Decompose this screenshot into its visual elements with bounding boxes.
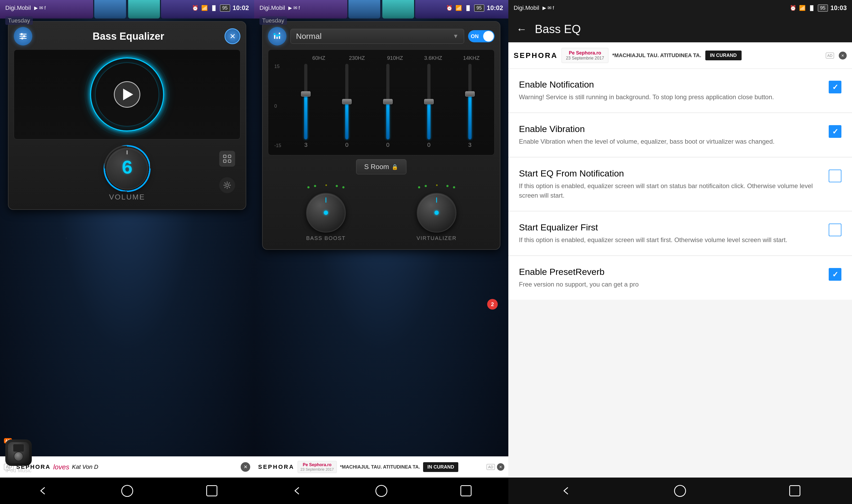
eq-band-36khz[interactable]: 0 (420, 64, 438, 148)
svg-point-10 (226, 184, 228, 186)
eq-band-60hz[interactable]: 3 (297, 64, 315, 148)
eq-band-910hz[interactable]: 0 (379, 64, 397, 148)
sephora-ad-close-btn[interactable]: ✕ (839, 52, 847, 59)
settings-item-enable-notification: Enable Notification Warning! Service is … (508, 69, 852, 113)
svg-rect-6 (224, 155, 226, 158)
checkbox-start-eq-notification[interactable] (829, 169, 841, 182)
knob-indicator (126, 150, 128, 155)
sephora-site-2: Pe Sephora.ro (300, 463, 334, 467)
vknob-center-dot (434, 211, 439, 215)
status-right-3: ⏰ 📶 ▐▌ 95 10:03 (790, 4, 847, 12)
eq-value-60hz: 3 (304, 142, 307, 148)
eq-band-14khz[interactable]: 3 (461, 64, 479, 148)
play-button[interactable] (114, 81, 140, 108)
eq-slider-thumb-60hz[interactable] (301, 91, 311, 96)
nav-back-button-3[interactable] (558, 484, 573, 498)
volume-section: 6 VOLUME (14, 145, 240, 204)
settings-title-enable-notification: Enable Notification (519, 79, 821, 90)
fullscreen-button[interactable] (219, 151, 235, 167)
settings-item-enable-vibration: Enable Vibration Enable Vibration when t… (508, 113, 852, 157)
eq-tune-icon[interactable] (14, 27, 32, 46)
room-preset-button[interactable]: S Room 🔒 (356, 159, 407, 174)
band-label-60hz: 60HZ (308, 55, 329, 61)
recents-square-icon-3 (789, 485, 800, 496)
sephora-ad-cta[interactable]: IN CURAND (705, 51, 742, 60)
sephora-ad-date: 23 Septembrie 2017 (566, 56, 604, 60)
eq-slider-track-230hz (345, 64, 348, 140)
eq-close-button[interactable]: ✕ (225, 28, 240, 44)
status-right: ⏰ 📶 ▐▌ 95 10:02 (192, 4, 249, 12)
nav-recents-button-2[interactable] (459, 484, 473, 498)
clock-icon-3: ⏰ (790, 5, 796, 11)
sephora-ad-panel3: SEPHORA Pe Sephora.ro 23 Septembrie 2017… (508, 42, 852, 69)
nav-home-button[interactable] (120, 484, 135, 498)
svg-point-3 (23, 35, 25, 37)
status-left-3: Digi.Mobil ▶ ✉ f (514, 4, 554, 11)
eq-slider-fill-230hz (345, 102, 348, 140)
eq-toggle-switch[interactable]: ON (468, 30, 494, 42)
eq-slider-thumb-910hz[interactable] (383, 99, 393, 104)
eq-slider-thumb-230hz[interactable] (342, 99, 352, 104)
ad-close-btn-2[interactable]: ✕ (497, 463, 504, 471)
settings-list: Enable Notification Warning! Service is … (508, 69, 852, 300)
eq-slider-thumb-14khz[interactable] (465, 91, 475, 96)
signal-bars-3: ▐▌ (808, 5, 815, 11)
eq-band-230hz[interactable]: 0 (337, 64, 356, 148)
nav-back-button[interactable] (35, 484, 50, 498)
volume-knob[interactable]: 6 (106, 147, 148, 190)
sephora-tagline-2: *MACHIAJUL TAU. ATITUDINEA TA. (340, 464, 420, 470)
eq-slider-thumb-36khz[interactable] (424, 99, 434, 104)
settings-item-start-eq-from-notification: Start EQ From Notification If this optio… (508, 158, 852, 211)
status-bar-panel3: Digi.Mobil ▶ ✉ f ⏰ 📶 ▐▌ 95 10:03 (508, 0, 852, 16)
toggle-thumb (483, 31, 494, 41)
checkbox-enable-preset-reverb[interactable]: ✓ (829, 268, 841, 281)
preset-selector[interactable]: Normal ▼ (291, 29, 464, 44)
eq-slider-track-910hz (386, 64, 389, 140)
back-button[interactable]: ← (516, 23, 527, 35)
home-circle-icon-2 (376, 485, 387, 497)
eq-value-910hz: 0 (386, 142, 389, 148)
sephora-cta-2[interactable]: IN CURAND (423, 462, 458, 472)
room-preset-name: S Room (364, 163, 389, 171)
ipod-wheel (14, 452, 23, 461)
ad-banner-panel1: AD SEPHORA loves Kat Von D ✕ (0, 456, 254, 478)
bass-boost-knob[interactable] (306, 193, 346, 233)
nav-back-button-2[interactable] (290, 484, 304, 498)
checkmark-2: ✓ (832, 127, 838, 136)
sephora-ad-content: SEPHORA Pe Sephora.ro 23 Septembrie 2017… (514, 48, 742, 63)
ad-close-button[interactable]: ✕ (241, 462, 250, 472)
day-label-panel1: Tuesday (5, 16, 33, 25)
carrier-text: Digi.Mobil (5, 4, 31, 11)
ipod-music-icon[interactable] (5, 439, 32, 466)
nav-home-button-3[interactable] (673, 484, 687, 498)
ad-type-label-3: AD (826, 53, 834, 58)
virtualizer-knob[interactable] (417, 193, 456, 233)
settings-button[interactable] (219, 177, 235, 193)
wifi-icon-2: 📶 (455, 5, 462, 11)
nav-home-button-2[interactable] (374, 484, 389, 498)
home-circle-icon (121, 485, 133, 497)
checkbox-enable-vibration[interactable]: ✓ (829, 125, 841, 138)
checkbox-start-equalizer-first[interactable] (829, 223, 841, 236)
settings-desc-enable-notification: Warning! Service is still running in bac… (519, 92, 821, 102)
settings-desc-enable-vibration: Enable Vibration when the level of volum… (519, 137, 821, 146)
svg-point-14 (274, 33, 276, 35)
eq-tune-icon-2[interactable] (268, 27, 286, 46)
battery-3: 95 (818, 4, 828, 12)
panel3-title: Bass EQ (535, 22, 581, 36)
settings-item-content-4: Start Equalizer First If this option is … (519, 222, 829, 245)
settings-title-enable-preset-reverb: Enable PresetReverb (519, 267, 821, 277)
band-label-910hz: 910HZ (384, 55, 406, 61)
panel-bass-eq-settings: Digi.Mobil ▶ ✉ f ⏰ 📶 ▐▌ 95 10:03 ← Bass … (508, 0, 852, 504)
eq-title: Bass Equalizer (32, 31, 225, 42)
band-label-36khz: 3.6KHZ (422, 55, 444, 61)
volume-number: 6 (121, 158, 133, 179)
dot-center (325, 184, 327, 186)
panel-eq-bands: Digi.Mobil ▶ ✉ f ⏰ 📶 ▐▌ 95 10:02 Tuesday (254, 0, 508, 504)
checkbox-enable-notification[interactable]: ✓ (829, 81, 841, 93)
signal-bars-2: ▐▌ (465, 5, 471, 11)
nav-recents-button-3[interactable] (787, 484, 802, 498)
dot-4 (336, 185, 338, 187)
nav-recents-button[interactable] (205, 484, 219, 498)
band-label-14khz: 14KHZ (461, 55, 482, 61)
